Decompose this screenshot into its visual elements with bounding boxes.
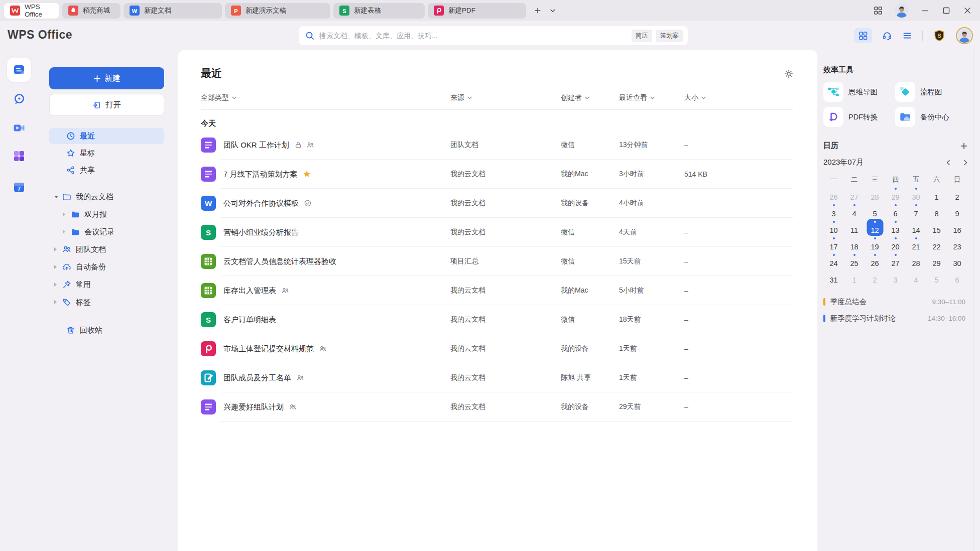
filter-dropdown[interactable]: 全部类型 — [201, 93, 443, 102]
search-tag[interactable]: 策划案 — [656, 30, 683, 42]
tool-item[interactable]: 备份中心 — [895, 107, 967, 127]
calendar-day[interactable]: 15 — [926, 219, 947, 236]
rail-chat-button[interactable] — [13, 89, 26, 109]
calendar-day[interactable]: 2 — [865, 269, 885, 286]
file-row[interactable]: 云文档管人员信息统计表理器验收 项目汇总 微信 15天前 – — [201, 247, 793, 276]
filter-dropdown[interactable]: 最近查看 — [619, 93, 677, 102]
tool-item[interactable]: 流程图 — [895, 82, 967, 102]
caret-icon[interactable] — [54, 264, 59, 269]
calendar-day[interactable]: 21 — [906, 236, 926, 252]
prev-month-button[interactable] — [945, 160, 951, 166]
calendar-day[interactable]: 7 — [906, 203, 926, 219]
membership-badge-icon[interactable]: S — [933, 29, 946, 42]
tool-item[interactable]: PDF转换 — [823, 107, 895, 127]
calendar-day[interactable]: 9 — [947, 203, 967, 219]
calendar-day[interactable]: 18 — [844, 236, 865, 252]
file-row[interactable]: 团队 OKR 工作计划 团队文档 微信 13分钟前 – — [201, 130, 793, 160]
calendar-day[interactable]: 25 — [844, 252, 865, 269]
calendar-day[interactable]: 23 — [947, 236, 967, 252]
sidebar-nav-item[interactable]: 共享 — [49, 162, 164, 178]
calendar-event[interactable]: 新季度学习计划讨论 14:30–16:00 — [823, 310, 965, 327]
calendar-day[interactable]: 26 — [865, 252, 885, 269]
calendar-day[interactable]: 1 — [844, 269, 865, 286]
sidebar-tree-item[interactable]: 自动备份 — [49, 259, 164, 274]
calendar-day[interactable]: 14 — [906, 219, 926, 236]
titlebar-avatar[interactable] — [895, 4, 909, 18]
maximize-button[interactable] — [942, 6, 951, 15]
file-row[interactable]: 7 月线下活动策划方案 我的云文档 我的Mac 3小时前 514 KB — [201, 160, 793, 189]
tool-item[interactable]: 思维导图 — [823, 82, 895, 102]
calendar-day[interactable]: 30 — [947, 252, 967, 269]
calendar-day[interactable]: 16 — [947, 219, 967, 236]
minimize-button[interactable] — [921, 6, 930, 15]
calendar-day[interactable]: 2 — [947, 186, 967, 203]
calendar-day[interactable]: 4 — [844, 203, 865, 219]
caret-icon[interactable] — [63, 229, 67, 234]
calendar-day[interactable]: 30 — [906, 186, 926, 203]
menu-button[interactable] — [902, 31, 912, 41]
filter-dropdown[interactable]: 大小 — [684, 93, 793, 102]
view-grid-button[interactable] — [854, 28, 872, 43]
window-tab[interactable]: 新建PDF — [428, 3, 526, 19]
window-tab[interactable]: P 新建演示文稿 — [225, 3, 330, 19]
caret-icon[interactable] — [63, 212, 67, 217]
caret-icon[interactable] — [54, 282, 59, 287]
calendar-day[interactable]: 20 — [885, 236, 906, 252]
search-tag[interactable]: 简历 — [632, 30, 652, 42]
calendar-day[interactable]: 22 — [926, 236, 947, 252]
workspace-grid-icon[interactable] — [874, 6, 883, 15]
sidebar-nav-item[interactable]: 星标 — [49, 145, 164, 161]
file-row[interactable]: 市场主体登记提交材料规范 我的云文档 我的设备 1天前 – — [201, 334, 793, 363]
calendar-day[interactable]: 24 — [823, 252, 844, 269]
calendar-day[interactable]: 29 — [926, 252, 947, 269]
rail-meeting-button[interactable] — [13, 118, 26, 138]
calendar-day[interactable]: 31 — [823, 269, 844, 286]
open-file-button[interactable]: 打开 — [49, 94, 164, 116]
search-bar[interactable]: 简历策划案 — [299, 26, 688, 45]
filter-dropdown[interactable]: 来源 — [450, 93, 553, 102]
rail-calendar-button[interactable]: 7 — [13, 177, 26, 197]
window-tab[interactable]: WPS Office — [4, 3, 59, 19]
calendar-day[interactable]: 27 — [844, 186, 865, 203]
calendar-day[interactable]: 28 — [865, 186, 885, 203]
calendar-day[interactable]: 6 — [885, 203, 906, 219]
rail-apps-button[interactable] — [13, 146, 26, 166]
calendar-day[interactable]: 5 — [865, 203, 885, 219]
calendar-day[interactable]: 26 — [823, 186, 844, 203]
sidebar-tree-item[interactable]: 会议记录 — [49, 224, 164, 239]
file-row[interactable]: 库存出入管理表 我的云文档 我的Mac 5小时前 – — [201, 276, 793, 305]
file-row[interactable]: W 公司对外合作协议模板 我的云文档 我的设备 4小时前 – — [201, 189, 793, 218]
sidebar-tree-item[interactable]: 常用 — [49, 277, 164, 292]
settings-gear-icon[interactable] — [784, 69, 793, 78]
sidebar-nav-item[interactable]: 最近 — [49, 128, 164, 144]
window-tab[interactable]: 稻壳商城 — [62, 3, 120, 19]
calendar-day[interactable]: 8 — [926, 203, 947, 219]
calendar-day[interactable]: 27 — [885, 252, 906, 269]
filter-dropdown[interactable]: 创建者 — [561, 93, 611, 102]
calendar-day[interactable]: 1 — [926, 186, 947, 203]
calendar-day[interactable]: 4 — [906, 269, 926, 286]
file-row[interactable]: 团队成员及分工名单 我的云文档 陈旭 共享 1天前 – — [201, 363, 793, 392]
caret-icon[interactable] — [54, 300, 59, 305]
calendar-day[interactable]: 5 — [926, 269, 947, 286]
new-tab-button[interactable] — [531, 4, 544, 17]
sidebar-tree-item[interactable]: 我的云文档 — [49, 189, 164, 204]
calendar-day[interactable]: 3 — [823, 203, 844, 219]
caret-icon[interactable] — [54, 194, 59, 199]
sidebar-tree-item[interactable]: 标签 — [49, 295, 164, 310]
sidebar-tree-item[interactable]: 团队文档 — [49, 242, 164, 257]
calendar-day[interactable]: 13 — [885, 219, 906, 236]
window-tab[interactable]: S 新建表格 — [333, 3, 425, 19]
sidebar-tree-item[interactable]: 双月报 — [49, 207, 164, 222]
calendar-day[interactable]: 10 — [823, 219, 844, 236]
new-document-button[interactable]: 新建 — [49, 67, 164, 89]
rail-documents-button[interactable] — [7, 58, 31, 82]
window-tab[interactable]: W 新建文档 — [124, 3, 222, 19]
search-input[interactable] — [319, 32, 632, 40]
calendar-day[interactable]: 28 — [906, 252, 926, 269]
calendar-day[interactable]: 19 — [865, 236, 885, 252]
calendar-day[interactable]: 29 — [885, 186, 906, 203]
close-button[interactable] — [963, 6, 972, 15]
file-row[interactable]: S 营销小组业绩分析报告 我的云文档 微信 4天前 – — [201, 218, 793, 247]
support-headset-button[interactable] — [882, 31, 892, 41]
